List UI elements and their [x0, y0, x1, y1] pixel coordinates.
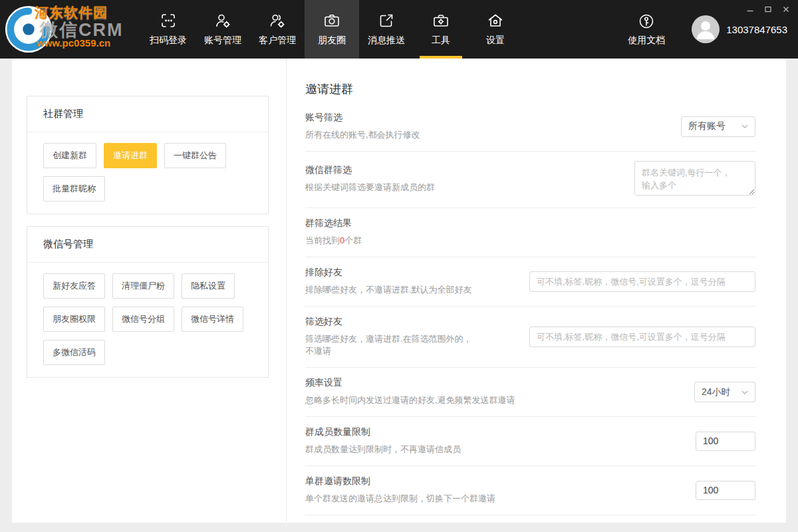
- sidebar-btn-multi-wechat-code[interactable]: 多微信活码: [43, 340, 105, 365]
- nav-label: 朋友圈: [318, 35, 346, 47]
- sidebar-btn-invite-to-group[interactable]: 邀请进群: [104, 143, 157, 168]
- sidebar-btn-create-group[interactable]: 创建新群: [43, 143, 96, 168]
- form-row-account-filter: 账号筛选 所有在线的账号,都会执行修改 所有账号: [305, 102, 755, 152]
- row-desc: 单个群发送的邀请总达到限制，切换下一个群邀请: [305, 493, 495, 505]
- row-desc: 群成员数量达到限制时，不再邀请信成员: [305, 444, 461, 456]
- form-row-frequency: 频率设置 忽略多长时间内发送过邀请的好友,避免频繁发送群邀请 24小时: [305, 368, 755, 417]
- person-icon: [692, 15, 720, 43]
- form-area: 邀请进群 账号筛选 所有在线的账号,都会执行修改 所有账号 微信群筛选 根据关键…: [286, 59, 786, 523]
- row-label: 群筛选结果: [305, 217, 362, 229]
- row-desc: 所有在线的账号,都会执行修改: [305, 129, 420, 142]
- nav-label: 消息推送: [368, 35, 405, 47]
- content-panel: 社群管理 创建新群 邀请进群 一键群公告 批量群昵称 微信号管理 新好友应答 清…: [12, 59, 786, 523]
- watermark-url: www.pc0359.cn: [37, 37, 110, 49]
- nav-label: 账号管理: [204, 35, 241, 47]
- maximize-button[interactable]: [764, 5, 772, 13]
- page-title: 邀请进群: [305, 81, 755, 97]
- nav-item-account-management[interactable]: 账号管理: [196, 0, 250, 59]
- qr-scan-icon: [160, 12, 177, 29]
- nav-label: 工具: [432, 35, 450, 47]
- active-tab-underline: [420, 56, 462, 59]
- sidebar-btn-group-announcement[interactable]: 一键群公告: [164, 143, 226, 168]
- form-row-invite-limit: 单群邀请数限制 单个群发送的邀请总达到限制，切换下一个群邀请: [305, 466, 755, 515]
- form-row-member-limit: 群成员数量限制 群成员数量达到限制时，不再邀请信成员: [305, 417, 755, 466]
- main-nav: 扫码登录 账号管理 客户管理 朋友圈 消息推送: [141, 0, 523, 59]
- card-body: 新好友应答 清理僵尸粉 隐私设置 朋友圈权限 微信号分组 微信号详情 多微信活码: [27, 263, 268, 377]
- nav-item-settings[interactable]: 设置: [468, 0, 523, 59]
- row-desc: 忽略多长时间内发送过邀请的好友,避免频繁发送群邀请: [305, 394, 515, 407]
- sidebar-btn-privacy-settings[interactable]: 隐私设置: [182, 273, 235, 299]
- group-management-card: 社群管理 创建新群 邀请进群 一键群公告 批量群昵称: [27, 96, 269, 214]
- docs-button[interactable]: 使用文档: [628, 13, 665, 47]
- row-desc: 筛选哪些好友，邀请进群.在筛选范围外的， 不邀请: [305, 333, 472, 358]
- sidebar: 社群管理 创建新群 邀请进群 一键群公告 批量群昵称 微信号管理 新好友应答 清…: [12, 59, 286, 523]
- form-row-exclude-friends: 排除好友 排除哪些好友，不邀请进群.默认为全部好友: [305, 257, 755, 307]
- sidebar-btn-new-friend-reply[interactable]: 新好友应答: [43, 273, 105, 299]
- chevron-down-icon: [741, 124, 748, 128]
- nav-item-moments[interactable]: 朋友圈: [305, 0, 359, 59]
- member-limit-input[interactable]: [696, 432, 755, 451]
- sidebar-btn-wechat-details[interactable]: 微信号详情: [182, 307, 243, 332]
- row-label: 筛选好友: [305, 316, 472, 328]
- filter-friends-input[interactable]: [529, 327, 755, 347]
- row-label: 账号筛选: [305, 112, 420, 124]
- row-desc: 根据关键词筛选要邀请新成员的群: [305, 182, 435, 194]
- row-label: 群成员数量限制: [305, 426, 461, 438]
- card-body: 创建新群 邀请进群 一键群公告 批量群昵称: [27, 132, 268, 213]
- toolbox-icon: [432, 12, 450, 29]
- row-label: 频率设置: [305, 377, 515, 389]
- account-filter-select[interactable]: 所有账号: [681, 116, 755, 137]
- nav-label: 扫码登录: [150, 35, 187, 47]
- nav-item-scan-login[interactable]: 扫码登录: [141, 0, 196, 59]
- sidebar-btn-clean-zombie-fans[interactable]: 清理僵尸粉: [112, 273, 174, 299]
- nav-item-customer-management[interactable]: 客户管理: [250, 0, 305, 59]
- group-keyword-textarea[interactable]: [634, 161, 755, 196]
- docs-label: 使用文档: [628, 35, 665, 47]
- titlebar: 河东软件园 微信CRM www.pc0359.cn 扫码登录 账号管理 客户管理: [0, 0, 798, 59]
- form-row-filter-friends: 筛选好友 筛选哪些好友，邀请进群.在筛选范围外的， 不邀请: [305, 307, 755, 368]
- user-gear-icon: [214, 12, 231, 29]
- select-value: 24小时: [702, 386, 731, 398]
- row-label: 微信群筛选: [305, 164, 435, 176]
- avatar[interactable]: [692, 15, 720, 43]
- invite-limit-input[interactable]: [696, 481, 755, 500]
- home-gear-icon: [487, 12, 504, 29]
- row-desc: 排除哪些好友，不邀请进群.默认为全部好友: [305, 284, 472, 297]
- share-arrow-icon: [378, 12, 395, 29]
- sidebar-btn-moments-permission[interactable]: 朋友圈权限: [43, 307, 105, 332]
- result-suffix: 个群: [344, 235, 362, 245]
- frequency-select[interactable]: 24小时: [694, 382, 755, 402]
- row-label: 单群邀请数限制: [305, 475, 495, 487]
- nav-item-message-push[interactable]: 消息推送: [359, 0, 414, 59]
- nav-label: 设置: [486, 35, 505, 47]
- result-prefix: 当前找到: [305, 235, 340, 245]
- row-label: 排除好友: [305, 267, 472, 279]
- users-gear-icon: [269, 12, 286, 29]
- exclude-friends-input[interactable]: [529, 271, 755, 292]
- card-title: 社群管理: [27, 96, 268, 132]
- chevron-down-icon: [741, 390, 748, 394]
- camera-icon: [323, 12, 340, 29]
- sidebar-btn-wechat-grouping[interactable]: 微信号分组: [112, 307, 174, 332]
- nav-item-tools[interactable]: 工具: [414, 0, 468, 59]
- sidebar-btn-batch-nickname[interactable]: 批量群昵称: [43, 176, 105, 201]
- select-value: 所有账号: [688, 120, 726, 132]
- window-controls: [746, 5, 790, 13]
- row-desc: 当前找到0个群: [305, 235, 362, 247]
- key-circle-icon: [638, 13, 655, 30]
- minimize-button[interactable]: [746, 5, 754, 13]
- close-button[interactable]: [782, 5, 790, 13]
- phone-number: 13037847653: [726, 24, 787, 35]
- logo: 河东软件园 微信CRM www.pc0359.cn: [0, 0, 141, 59]
- card-title: 微信号管理: [27, 227, 268, 263]
- nav-label: 客户管理: [259, 35, 296, 47]
- form-row-filter-result: 群筛选结果 当前找到0个群: [305, 208, 755, 257]
- wechat-account-card: 微信号管理 新好友应答 清理僵尸粉 隐私设置 朋友圈权限 微信号分组 微信号详情…: [27, 226, 269, 378]
- form-row-group-filter: 微信群筛选 根据关键词筛选要邀请新成员的群: [305, 152, 755, 208]
